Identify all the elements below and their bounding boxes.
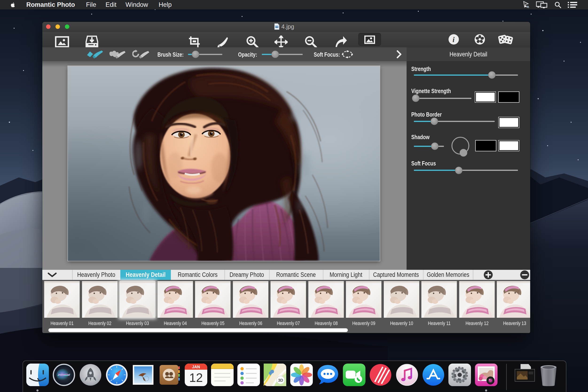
svg-text:i: i <box>453 35 455 44</box>
svg-text:JAN: JAN <box>192 365 200 369</box>
svg-text:3D: 3D <box>278 378 283 382</box>
svg-text:12: 12 <box>189 371 203 384</box>
